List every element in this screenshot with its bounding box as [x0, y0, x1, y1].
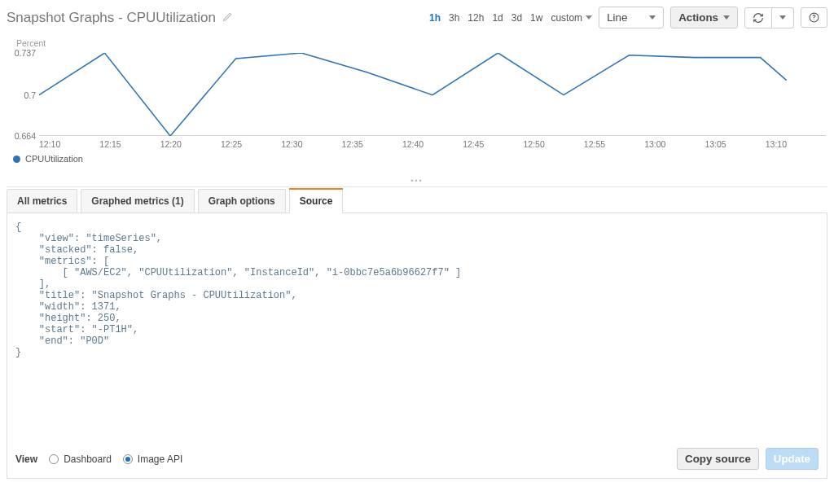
x-tick: 12:35	[342, 139, 402, 149]
x-tick: 12:45	[463, 139, 523, 149]
tab-graph-options[interactable]: Graph options	[198, 189, 286, 213]
help-icon	[809, 12, 819, 23]
refresh-button[interactable]	[744, 7, 772, 28]
tab-graphed-metrics-1[interactable]: Graphed metrics (1)	[81, 189, 194, 213]
chevron-down-icon	[723, 15, 730, 20]
copy-source-button[interactable]: Copy source	[677, 448, 759, 470]
chart-type-select[interactable]: Line	[599, 7, 664, 28]
legend-label: CPUUtilization	[25, 154, 83, 164]
view-label: View	[15, 454, 37, 465]
radio-image-api-label: Image API	[138, 454, 182, 465]
time-range-1w[interactable]: 1w	[530, 12, 542, 24]
y-tick: 0.737	[15, 48, 36, 58]
radio-icon	[49, 454, 59, 464]
y-tick: 0.7	[24, 90, 36, 100]
time-range-1d[interactable]: 1d	[492, 12, 503, 24]
tab-source[interactable]: Source	[289, 189, 344, 213]
x-tick: 12:10	[39, 139, 99, 149]
x-tick: 13:00	[644, 139, 705, 149]
update-button[interactable]: Update	[766, 448, 819, 470]
svg-point-1	[814, 20, 814, 20]
x-tick: 13:05	[705, 139, 765, 149]
x-axis: 12:1012:1512:2012:2512:3012:3512:4012:45…	[39, 139, 826, 149]
view-radio-image-api[interactable]: Image API	[123, 454, 182, 465]
chart-type-value: Line	[607, 11, 627, 24]
x-tick: 12:20	[160, 139, 221, 149]
actions-button[interactable]: Actions	[670, 7, 738, 28]
time-range-3d[interactable]: 3d	[511, 12, 522, 24]
page-title: Snapshot Graphs - CPUUtilization	[7, 10, 216, 26]
radio-icon	[123, 454, 133, 464]
y-tick: 0.664	[15, 131, 36, 141]
time-range-1h[interactable]: 1h	[429, 12, 441, 24]
x-tick: 12:50	[524, 139, 584, 149]
view-radio-dashboard[interactable]: Dashboard	[49, 454, 112, 465]
x-tick: 12:30	[281, 139, 341, 149]
time-range-3h[interactable]: 3h	[449, 12, 459, 24]
refresh-button-group	[744, 7, 794, 28]
chart-legend: CPUUtilization	[13, 154, 83, 164]
x-tick: 12:55	[584, 139, 644, 149]
refresh-menu-button[interactable]	[772, 7, 794, 28]
x-tick: 12:15	[99, 139, 160, 149]
time-range-picker: 1h3h12h1d3d1wcustom	[429, 12, 592, 24]
resize-handle[interactable]: •••	[7, 173, 827, 187]
x-tick: 13:10	[766, 139, 826, 149]
edit-title-icon[interactable]	[222, 11, 233, 24]
actions-label: Actions	[678, 11, 718, 24]
radio-dashboard-label: Dashboard	[64, 454, 112, 465]
refresh-icon	[753, 12, 764, 24]
source-panel: { "view": "timeSeries", "stacked": false…	[7, 213, 827, 479]
tabs: All metricsGraphed metrics (1)Graph opti…	[7, 189, 827, 213]
time-range-12h[interactable]: 12h	[467, 12, 484, 24]
help-button[interactable]	[801, 7, 827, 28]
time-range-custom[interactable]: custom	[551, 12, 592, 24]
chart-area: Percent 0.6640.70.737 12:1012:1512:2012:…	[7, 35, 827, 173]
chevron-down-icon	[779, 15, 786, 20]
tab-all-metrics[interactable]: All metrics	[7, 189, 77, 213]
chevron-down-icon	[649, 15, 656, 20]
chevron-down-icon	[586, 15, 592, 20]
chart-plot[interactable]	[39, 53, 826, 136]
x-tick: 12:40	[402, 139, 463, 149]
source-json[interactable]: { "view": "timeSeries", "stacked": false…	[15, 221, 819, 433]
y-axis-label: Percent	[16, 38, 46, 48]
x-tick: 12:25	[221, 139, 281, 149]
legend-swatch	[13, 156, 20, 163]
